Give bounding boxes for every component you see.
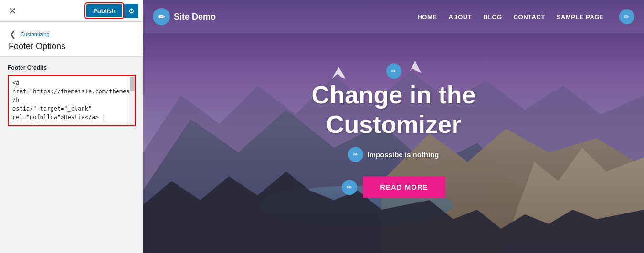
footer-credits-wrapper bbox=[8, 75, 136, 126]
nav-sample-page[interactable]: SAMPLE PAGE bbox=[557, 13, 604, 20]
logo-icon: ✏ bbox=[153, 8, 170, 25]
footer-credits-label: Footer Credits bbox=[8, 64, 136, 71]
nav-links: HOME ABOUT BLOG CONTACT SAMPLE PAGE ✏ bbox=[417, 9, 634, 24]
nav-home[interactable]: HOME bbox=[417, 13, 437, 20]
hero-content: ✏ Change in the Customizer ✏ Impossibe i… bbox=[251, 68, 537, 198]
customizer-panel: ✕ Publish ⚙ ❮ Customizing Footer Options… bbox=[0, 0, 143, 253]
back-row: ❮ Customizing bbox=[8, 29, 136, 40]
hero-title-line1: Change in the bbox=[312, 81, 476, 109]
hero-subtitle-row: ✏ Impossibe is nothing bbox=[251, 147, 537, 162]
scrollbar-thumb bbox=[130, 77, 135, 91]
section-header: ❮ Customizing Footer Options bbox=[0, 22, 143, 57]
cta-button[interactable]: READ MORE bbox=[363, 177, 445, 198]
publish-area: Publish ⚙ bbox=[86, 4, 138, 18]
section-title: Footer Options bbox=[8, 41, 136, 51]
close-button[interactable]: ✕ bbox=[5, 3, 21, 19]
panel-content: Footer Credits bbox=[0, 57, 143, 253]
scrollbar[interactable] bbox=[129, 76, 135, 125]
footer-credits-textarea[interactable] bbox=[9, 76, 135, 123]
hero-subtitle: Impossibe is nothing bbox=[367, 151, 439, 159]
nav-about[interactable]: ABOUT bbox=[448, 13, 472, 20]
subtitle-edit-pencil[interactable]: ✏ bbox=[348, 147, 363, 162]
publish-button[interactable]: Publish bbox=[86, 4, 122, 17]
cta-row: ✏ READ MORE bbox=[251, 177, 537, 198]
nav-blog[interactable]: BLOG bbox=[483, 13, 502, 20]
site-name: Site Demo bbox=[174, 12, 216, 22]
hero-edit-pencil[interactable]: ✏ bbox=[386, 63, 401, 79]
site-logo: ✏ Site Demo bbox=[153, 8, 216, 25]
gear-button[interactable]: ⚙ bbox=[124, 4, 138, 18]
nav-edit-icon[interactable]: ✏ bbox=[619, 9, 634, 24]
preview-area: ✏ Site Demo HOME ABOUT BLOG CONTACT SAMP… bbox=[143, 0, 644, 253]
nav-contact[interactable]: CONTACT bbox=[514, 13, 545, 20]
customizing-label: Customizing bbox=[21, 31, 50, 37]
hero-title-line2: Customizer bbox=[326, 111, 461, 138]
hero-title: Change in the Customizer bbox=[251, 80, 537, 140]
cta-edit-icon[interactable]: ✏ bbox=[342, 180, 357, 195]
nav-bar: ✏ Site Demo HOME ABOUT BLOG CONTACT SAMP… bbox=[143, 0, 644, 33]
back-button[interactable]: ❮ bbox=[8, 29, 18, 40]
top-bar: ✕ Publish ⚙ bbox=[0, 0, 143, 22]
